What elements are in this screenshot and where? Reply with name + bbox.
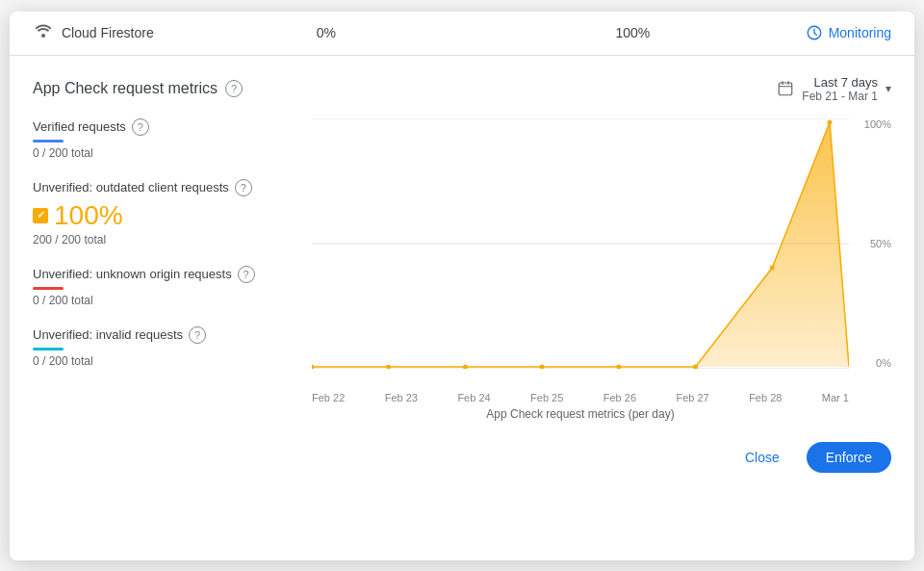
x-label-feb27: Feb 27 <box>676 392 708 403</box>
x-label-mar1: Mar 1 <box>822 392 849 403</box>
service-label: Cloud Firestore <box>33 23 154 43</box>
chart-container: 100% 50% 0% <box>312 118 891 388</box>
chart-svg <box>312 118 849 369</box>
svg-point-9 <box>540 364 545 369</box>
top-bar: Cloud Firestore 0% 100% Monitoring <box>10 12 914 56</box>
x-label-feb22: Feb 22 <box>312 392 345 403</box>
invalid-line <box>33 348 64 350</box>
metric-verified: Verified requests ? 0 / 200 total <box>33 118 296 160</box>
outdated-help-icon[interactable]: ? <box>235 179 252 196</box>
svg-point-7 <box>386 364 391 369</box>
metrics-header: App Check request metrics ? Last 7 days … <box>33 75 891 103</box>
metrics-help-icon[interactable]: ? <box>225 80 243 97</box>
metric-invalid-label: Unverified: invalid requests ? <box>33 326 296 344</box>
y-label-50: 50% <box>870 238 891 249</box>
chart-inner <box>312 118 849 388</box>
metric-unknown-label: Unverified: unknown origin requests ? <box>33 266 296 283</box>
outdated-pct: 100% <box>54 200 123 231</box>
verified-value: 0 / 200 total <box>33 146 296 160</box>
svg-point-8 <box>463 364 468 369</box>
svg-point-0 <box>41 34 45 38</box>
svg-point-13 <box>828 119 833 124</box>
dialog: Cloud Firestore 0% 100% Monitoring App C… <box>10 12 914 560</box>
firestore-icon <box>33 23 54 43</box>
invalid-value: 0 / 200 total <box>33 354 296 368</box>
chart-area: 100% 50% 0% <box>312 118 891 427</box>
date-range-main: Last 7 days <box>802 75 878 90</box>
monitoring-link[interactable]: Monitoring <box>806 24 891 41</box>
pct-100: 100% <box>499 25 766 40</box>
metrics-title-text: App Check request metrics <box>33 80 218 97</box>
x-label-feb24: Feb 24 <box>457 392 490 403</box>
outdated-value: 200 / 200 total <box>33 233 296 247</box>
chart-y-labels: 100% 50% 0% <box>853 118 891 369</box>
y-label-0: 0% <box>876 357 891 369</box>
svg-point-10 <box>616 364 621 369</box>
calendar-icon <box>777 80 794 97</box>
invalid-help-icon[interactable]: ? <box>189 326 206 344</box>
service-name: Cloud Firestore <box>62 25 154 40</box>
y-label-100: 100% <box>864 118 891 130</box>
verified-line <box>33 140 64 143</box>
metric-invalid: Unverified: invalid requests ? 0 / 200 t… <box>33 326 296 368</box>
footer: Close Enforce <box>10 427 914 492</box>
x-label-feb28: Feb 28 <box>749 392 782 403</box>
date-range-label: Last 7 days Feb 21 - Mar 1 <box>802 75 878 103</box>
metric-unknown: Unverified: unknown origin requests ? 0 … <box>33 266 296 307</box>
verified-help-icon[interactable]: ? <box>132 118 149 136</box>
x-label-feb25: Feb 25 <box>530 392 563 403</box>
unknown-value: 0 / 200 total <box>33 294 296 307</box>
metric-outdated-big: 100% <box>33 200 296 231</box>
metrics-list: Verified requests ? 0 / 200 total Unveri… <box>33 118 312 427</box>
chart-x-title: App Check request metrics (per day) <box>312 407 891 421</box>
metric-outdated: Unverified: outdated client requests ? 1… <box>33 179 296 247</box>
date-range-sub: Feb 21 - Mar 1 <box>802 90 878 103</box>
chart-area-fill <box>312 122 849 367</box>
svg-rect-2 <box>780 83 793 95</box>
x-label-feb23: Feb 23 <box>385 392 418 403</box>
date-range-picker[interactable]: Last 7 days Feb 21 - Mar 1 ▾ <box>777 75 891 103</box>
svg-point-12 <box>770 265 775 270</box>
monitoring-label: Monitoring <box>829 25 891 40</box>
clock-icon <box>806 24 823 41</box>
metric-outdated-label: Unverified: outdated client requests ? <box>33 179 296 196</box>
pct-0: 0% <box>192 25 460 40</box>
outdated-checkbox <box>33 208 48 223</box>
chevron-down-icon: ▾ <box>886 82 891 95</box>
unknown-line <box>33 287 64 290</box>
x-label-feb26: Feb 26 <box>603 392 636 403</box>
metric-verified-label: Verified requests ? <box>33 118 296 136</box>
content-area: App Check request metrics ? Last 7 days … <box>10 56 914 427</box>
unknown-help-icon[interactable]: ? <box>238 266 255 283</box>
enforce-button[interactable]: Enforce <box>807 442 891 473</box>
svg-point-6 <box>312 364 314 369</box>
metrics-title-group: App Check request metrics ? <box>33 80 243 97</box>
close-button[interactable]: Close <box>730 442 795 473</box>
chart-x-labels: Feb 22 Feb 23 Feb 24 Feb 25 Feb 26 Feb 2… <box>312 392 891 403</box>
main-content: Verified requests ? 0 / 200 total Unveri… <box>33 118 891 427</box>
